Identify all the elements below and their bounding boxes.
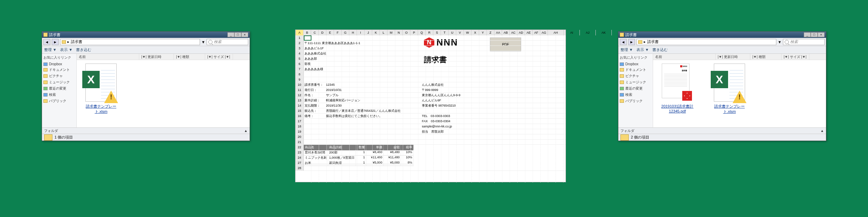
sidebar-item-public[interactable]: パブリック	[43, 98, 75, 104]
col-header-AF[interactable]: AF	[533, 30, 540, 35]
col-type[interactable]: |▼| 種類	[174, 54, 205, 60]
grid-body[interactable]: N NNN 請求書 PDF 12〒111-1111 東京都あああ区あああ1-1-…	[295, 35, 566, 183]
sidebar-item-search[interactable]: 検索	[43, 92, 75, 98]
col-header-T[interactable]: T	[441, 30, 449, 35]
col-header-N[interactable]: N	[395, 30, 403, 35]
col-header-S[interactable]: S	[433, 30, 441, 35]
col-date[interactable]: |▼| 更新日時	[139, 54, 174, 60]
sidebar-item-search[interactable]: 検索	[620, 92, 651, 98]
col-size[interactable]: |▼| サイズ |▼|	[782, 54, 809, 60]
active-cell[interactable]	[304, 35, 311, 41]
row-header-7[interactable]: 7	[295, 67, 304, 72]
col-header-P[interactable]: P	[410, 30, 418, 35]
back-button[interactable]: ◄	[620, 39, 627, 45]
folder-divider[interactable]: フォルダ▲	[42, 127, 250, 134]
back-button[interactable]: ◄	[43, 39, 50, 45]
folder-divider[interactable]: フォルダ▲	[618, 127, 826, 134]
row-header-6[interactable]: 6	[295, 61, 304, 67]
sidebar-item-recent[interactable]: 最近の変更	[620, 85, 651, 92]
col-header-Z[interactable]: Z	[487, 30, 494, 35]
col-header-M[interactable]: M	[387, 30, 395, 35]
sidebar-item-music[interactable]: ミュージック	[43, 79, 75, 85]
col-header-AK[interactable]: AK	[596, 30, 612, 35]
sidebar-item-pictures[interactable]: ピクチャ	[620, 73, 651, 79]
col-header-AJ[interactable]: AJ	[580, 30, 596, 35]
col-header-J[interactable]: J	[365, 30, 372, 35]
sidebar-item-dropbox[interactable]: Dropbox	[43, 61, 75, 67]
col-header-R[interactable]: R	[426, 30, 433, 35]
col-header-F[interactable]: F	[334, 30, 342, 35]
row-header-1[interactable]: 1	[295, 35, 304, 41]
row-header-23[interactable]: 23	[295, 150, 304, 155]
close-button[interactable]: ×	[241, 32, 248, 37]
col-header-B[interactable]: B	[303, 30, 311, 35]
col-header-Y[interactable]: Y	[479, 30, 487, 35]
sidebar-item-music[interactable]: ミュージック	[620, 79, 651, 85]
col-type[interactable]: |▼| 種類	[750, 54, 782, 60]
col-header-H[interactable]: H	[349, 30, 357, 35]
row-header-2[interactable]: 2	[295, 41, 304, 46]
col-header-AA[interactable]: AA	[494, 30, 502, 35]
row-header-22[interactable]: 22	[295, 145, 304, 150]
row-header-9[interactable]: 9	[295, 77, 304, 82]
view-menu[interactable]: 表示 ▼	[636, 47, 649, 52]
row-header-19[interactable]: 19	[295, 129, 304, 134]
sidebar-item-pictures[interactable]: ピクチャ	[43, 73, 75, 79]
address-bar[interactable]: ▸ 請求書	[636, 39, 776, 45]
organize-menu[interactable]: 整理 ▼	[44, 47, 57, 52]
col-name[interactable]: 名前	[77, 54, 139, 60]
col-header-C[interactable]: C	[311, 30, 319, 35]
row-header-10[interactable]: 10	[295, 82, 304, 87]
col-header-W[interactable]: W	[464, 30, 471, 35]
col-header-D[interactable]: D	[319, 30, 326, 35]
col-header-AH[interactable]: AH	[548, 30, 564, 35]
row-header-15[interactable]: 15	[295, 108, 304, 114]
file-item-template[interactable]: X ! 請求書テンプレート.xlsm	[80, 64, 122, 114]
row-header-27[interactable]: 27	[295, 160, 304, 166]
row-header-21[interactable]: 21	[295, 140, 304, 145]
col-header-U[interactable]: U	[449, 30, 456, 35]
col-header-G[interactable]: G	[342, 30, 349, 35]
col-header-X[interactable]: X	[471, 30, 479, 35]
maximize-button[interactable]: □	[811, 32, 818, 37]
col-header-AG[interactable]: AG	[540, 30, 548, 35]
row-header-14[interactable]: 14	[295, 103, 304, 108]
row-header-17[interactable]: 17	[295, 119, 304, 124]
search-input[interactable]: 検索	[207, 39, 248, 45]
burn-button[interactable]: 書き込む	[652, 47, 668, 52]
col-header-AC[interactable]: AC	[510, 30, 517, 35]
row-header-12[interactable]: 12	[295, 93, 304, 98]
titlebar[interactable]: 請求書 _ □ ×	[618, 32, 826, 38]
row-header-16[interactable]: 16	[295, 114, 304, 119]
col-header-AB[interactable]: AB	[502, 30, 510, 35]
col-header-L[interactable]: L	[380, 30, 387, 35]
organize-menu[interactable]: 整理 ▼	[620, 47, 633, 52]
col-header-K[interactable]: K	[372, 30, 380, 35]
row-header-11[interactable]: 11	[295, 87, 304, 93]
row-header-4[interactable]: 4	[295, 51, 304, 56]
row-header-24[interactable]: 24	[295, 155, 304, 160]
col-header-I[interactable]: I	[357, 30, 365, 35]
sidebar-item-documents[interactable]: ドキュメント	[43, 67, 75, 73]
row-header-13[interactable]: 13	[295, 98, 304, 103]
col-name[interactable]: 名前	[653, 54, 716, 60]
row-header-20[interactable]: 20	[295, 134, 304, 140]
col-header-AI[interactable]: AI	[564, 30, 580, 35]
minimize-button[interactable]: _	[227, 32, 234, 37]
col-size[interactable]: |▼| サイズ |▼|	[205, 54, 233, 60]
col-header-AE[interactable]: AE	[525, 30, 533, 35]
forward-button[interactable]: ►	[52, 39, 59, 45]
sidebar-item-public[interactable]: パブリック	[620, 98, 651, 104]
col-header-O[interactable]: O	[403, 30, 410, 35]
row-header-3[interactable]: 3	[295, 46, 304, 51]
col-header-E[interactable]: E	[326, 30, 334, 35]
minimize-button[interactable]: _	[804, 32, 811, 37]
forward-button[interactable]: ►	[628, 39, 635, 45]
row-header-8[interactable]: 8	[295, 72, 304, 77]
sidebar-item-documents[interactable]: ドキュメント	[620, 67, 651, 73]
sidebar-item-dropbox[interactable]: Dropbox	[620, 61, 651, 67]
row-header-28[interactable]: 28	[295, 166, 304, 171]
col-header-V[interactable]: V	[456, 30, 464, 35]
file-item-template[interactable]: X ! 請求書テンプレート.xlsm	[709, 64, 750, 114]
search-input[interactable]: 検索	[783, 39, 825, 45]
